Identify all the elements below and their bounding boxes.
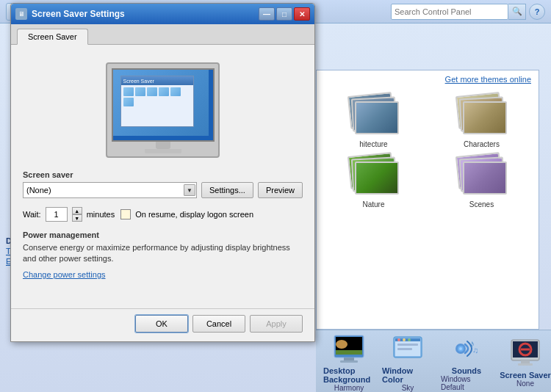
dialog-titlebar: 🖥 Screen Saver Settings — □ ✕: [11, 4, 314, 24]
power-description: Conserve energy or maximize performance …: [23, 242, 303, 265]
monitor-icon-1: [123, 87, 134, 96]
ss-dropdown[interactable]: (None): [23, 182, 197, 198]
wait-label-before: Wait:: [23, 210, 41, 219]
monitor-screen-window: Screen Saver: [120, 76, 194, 127]
wait-spinner: ▲ ▼: [72, 207, 82, 222]
apply-button[interactable]: Apply: [250, 315, 303, 333]
dialog-title-text: Screen Saver Settings: [32, 9, 125, 19]
spin-up-button[interactable]: ▲: [72, 207, 82, 214]
wait-input[interactable]: [46, 207, 68, 222]
close-button[interactable]: ✕: [294, 7, 310, 21]
monitor-win-titlebar: Screen Saver: [121, 76, 193, 85]
monitor-icon-4: [159, 87, 169, 96]
spin-down-button[interactable]: ▼: [72, 214, 82, 222]
wait-row: Wait: ▲ ▼ minutes On resume, display log…: [23, 207, 303, 222]
dialog-content: Screen Saver: [11, 45, 314, 308]
change-power-settings-link[interactable]: Change power settings: [23, 270, 106, 279]
monitor-outer: Screen Saver: [106, 62, 220, 158]
monitor-icon-2: [135, 87, 145, 96]
minimize-button[interactable]: —: [259, 7, 275, 21]
monitor-stand: [145, 149, 181, 153]
monitor-screen-desktop: Screen Saver: [113, 70, 209, 136]
ss-settings-button[interactable]: Settings...: [201, 182, 253, 198]
dialog-tabs: Screen Saver: [11, 24, 314, 45]
monitor-icon-6: [123, 98, 134, 106]
dialog-title-buttons: — □ ✕: [259, 7, 310, 21]
power-management-section: Power management Conserve energy or maxi…: [23, 231, 303, 280]
dialog-app-icon: 🖥: [15, 8, 27, 20]
ss-label: Screen saver: [23, 170, 303, 179]
checkbox-label: On resume, display logon screen: [135, 210, 253, 219]
power-title: Power management: [23, 231, 303, 239]
screen-saver-dialog: 🖥 Screen Saver Settings — □ ✕ Screen Sav…: [10, 3, 315, 342]
maximize-button[interactable]: □: [276, 7, 292, 21]
dialog-title-left: 🖥 Screen Saver Settings: [15, 8, 125, 20]
dialog-overlay: 🖥 Screen Saver Settings — □ ✕ Screen Sav…: [0, 0, 551, 392]
monitor-icon-3: [147, 87, 157, 96]
screen-saver-section: Screen saver (None) ▼ Settings... Previe…: [23, 170, 303, 198]
wait-checkbox[interactable]: [120, 209, 131, 219]
monitor-win-title-text: Screen Saver: [123, 79, 154, 84]
wait-label-after: minutes: [87, 210, 115, 219]
monitor-base: [156, 142, 170, 149]
ss-dropdown-wrap: (None) ▼: [23, 182, 197, 198]
ok-button[interactable]: OK: [135, 315, 188, 333]
ss-controls-row: (None) ▼ Settings... Preview: [23, 182, 303, 198]
ss-preview-button[interactable]: Preview: [258, 182, 303, 198]
dialog-buttons: OK Cancel Apply: [11, 308, 314, 341]
monitor-preview: Screen Saver: [23, 55, 303, 161]
tab-screen-saver[interactable]: Screen Saver: [17, 29, 88, 45]
cancel-button[interactable]: Cancel: [192, 315, 245, 333]
monitor-screen: Screen Saver: [112, 68, 215, 142]
monitor-win-content: [121, 85, 193, 109]
monitor-icon-5: [170, 87, 181, 96]
